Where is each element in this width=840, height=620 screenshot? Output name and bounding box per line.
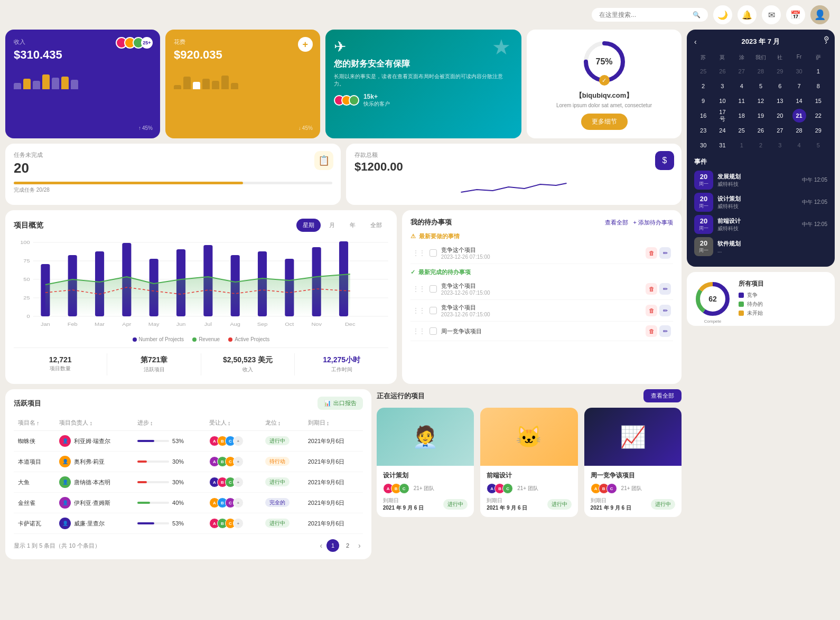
cal-day-25[interactable]: 25 xyxy=(735,124,749,137)
cal-prev-27[interactable]: 27 xyxy=(735,64,749,78)
page-2-btn[interactable]: 2 xyxy=(341,539,354,552)
right-panel: ⚙ ‹ 2023 年 7 月 › 苏 莫 涂 我们 社 Fr 萨 25 26 2… xyxy=(687,30,835,559)
cal-day-20[interactable]: 20 xyxy=(773,109,787,123)
cal-prev-26[interactable]: 26 xyxy=(715,64,729,78)
search-box[interactable]: 🔍 xyxy=(592,8,708,22)
cal-day-11[interactable]: 11 xyxy=(735,94,749,108)
cal-day-15[interactable]: 15 xyxy=(811,94,825,108)
legend-active: Active Projects xyxy=(228,336,269,342)
cal-day-17[interactable]: 17号 xyxy=(715,109,729,123)
moon-icon-btn[interactable]: 🌙 xyxy=(713,5,732,24)
cal-next-4[interactable]: 4 xyxy=(792,138,806,152)
cal-next-5[interactable]: 5 xyxy=(811,138,825,152)
svg-text:25: 25 xyxy=(23,295,30,300)
cal-day-4[interactable]: 4 xyxy=(735,79,749,93)
cal-day-30[interactable]: 30 xyxy=(696,138,710,152)
tab-all[interactable]: 全部 xyxy=(364,219,388,232)
page-1-btn[interactable]: 1 xyxy=(326,539,339,552)
cal-next-2[interactable]: 2 xyxy=(754,138,768,152)
todo-edit-3[interactable]: ✏ xyxy=(659,305,671,316)
drag-handle-3[interactable]: ⋮⋮ xyxy=(413,307,425,314)
cal-prev-30[interactable]: 30 xyxy=(792,64,806,78)
add-expense-btn[interactable]: + xyxy=(298,37,313,52)
search-input[interactable] xyxy=(599,11,688,18)
cal-day-8[interactable]: 8 xyxy=(811,79,825,93)
calendar-icon-btn[interactable]: 📅 xyxy=(786,5,805,24)
cal-day-10[interactable]: 10 xyxy=(715,94,729,108)
cal-day-3[interactable]: 3 xyxy=(715,79,729,93)
th-position[interactable]: 龙位 ↕ xyxy=(261,415,304,431)
todo-item-1-actions: 🗑 ✏ xyxy=(646,247,671,259)
add-todo-btn[interactable]: + 添加待办事项 xyxy=(633,219,673,227)
todo-delete-2[interactable]: 🗑 xyxy=(646,283,657,295)
th-manager[interactable]: 项目负责人 ↕ xyxy=(55,415,133,431)
cal-day-16[interactable]: 16 xyxy=(696,109,710,123)
th-name[interactable]: 项目名 ↑ xyxy=(14,415,55,431)
cal-day-24[interactable]: 24 xyxy=(715,124,729,137)
next-page-btn[interactable]: › xyxy=(356,541,363,550)
event-2-time: 中午 12:05 xyxy=(802,199,827,206)
todo-checkbox-2[interactable] xyxy=(430,285,437,293)
cal-day-19[interactable]: 19 xyxy=(754,109,768,123)
cal-prev-28[interactable]: 28 xyxy=(754,64,768,78)
cal-day-5[interactable]: 5 xyxy=(754,79,768,93)
drag-handle-2[interactable]: ⋮⋮ xyxy=(413,285,425,293)
prev-page-btn[interactable]: ‹ xyxy=(318,541,324,550)
cal-next-3[interactable]: 3 xyxy=(773,138,787,152)
more-detail-btn[interactable]: 更多细节 xyxy=(581,114,628,130)
page-buttons[interactable]: ‹ 1 2 › xyxy=(318,539,362,552)
cal-day-2[interactable]: 2 xyxy=(696,79,710,93)
svg-text:Oct: Oct xyxy=(285,322,294,327)
cal-prev-btn[interactable]: ‹ xyxy=(694,37,697,46)
todo-checkbox-4[interactable] xyxy=(430,327,437,335)
cal-prev-25[interactable]: 25 xyxy=(696,64,710,78)
cal-prev-29[interactable]: 29 xyxy=(773,64,787,78)
todo-edit-4[interactable]: ✏ xyxy=(659,325,671,337)
legend-dot-active xyxy=(228,337,232,342)
view-all-todo-btn[interactable]: 查看全部 xyxy=(605,219,628,227)
todo-delete-4[interactable]: 🗑 xyxy=(646,325,657,337)
savings-card: 存款总额 $1200.00 $ xyxy=(346,144,682,205)
cal-day-31[interactable]: 31 xyxy=(715,138,729,152)
cal-day-27[interactable]: 27 xyxy=(773,124,787,137)
cal-day-9[interactable]: 9 xyxy=(696,94,710,108)
cal-day-6[interactable]: 6 xyxy=(773,79,787,93)
cal-day-1[interactable]: 1 xyxy=(811,64,825,78)
cal-day-12[interactable]: 12 xyxy=(754,94,768,108)
th-progress[interactable]: 进步 ↕ xyxy=(133,415,205,431)
todo-delete-3[interactable]: 🗑 xyxy=(646,305,657,316)
cal-day-26[interactable]: 26 xyxy=(754,124,768,137)
export-btn[interactable]: 📊 出口报告 xyxy=(318,397,363,410)
tab-week[interactable]: 星期 xyxy=(296,219,321,232)
cal-day-28[interactable]: 28 xyxy=(792,124,806,137)
todo-delete-1[interactable]: 🗑 xyxy=(646,247,657,259)
calendar-settings-icon[interactable]: ⚙ xyxy=(824,35,829,42)
cal-day-18[interactable]: 18 xyxy=(735,109,749,123)
cal-day-7[interactable]: 7 xyxy=(792,79,806,93)
drag-handle-4[interactable]: ⋮⋮ xyxy=(413,327,425,335)
bell-icon-btn[interactable]: 🔔 xyxy=(738,5,757,24)
todo-edit-1[interactable]: ✏ xyxy=(659,247,671,259)
cal-day-22[interactable]: 22 xyxy=(811,109,825,123)
cal-day-29[interactable]: 29 xyxy=(811,124,825,137)
project-weekly-body: 周一竞争该项目 A B C 21+ 团队 xyxy=(584,466,682,517)
drag-handle-1[interactable]: ⋮⋮ xyxy=(413,249,425,257)
project-design-body: 设计策划 A B C 21+ 团队 xyxy=(377,466,474,517)
tab-year[interactable]: 年 xyxy=(343,219,362,232)
todo-item-2-actions: 🗑 ✏ xyxy=(646,283,671,295)
cal-next-1[interactable]: 1 xyxy=(735,138,749,152)
th-due[interactable]: 到期日 ↕ xyxy=(304,415,363,431)
todo-edit-2[interactable]: ✏ xyxy=(659,283,671,295)
cal-day-21[interactable]: 21 xyxy=(792,109,806,123)
th-assignee[interactable]: 受让人 ↕ xyxy=(205,415,261,431)
event-3-time: 中午 12:05 xyxy=(802,221,827,228)
cal-day-23[interactable]: 23 xyxy=(696,124,710,137)
view-all-running-btn[interactable]: 查看全部 xyxy=(643,389,682,402)
tab-month[interactable]: 月 xyxy=(323,219,341,232)
todo-checkbox-1[interactable] xyxy=(430,249,437,257)
cal-day-14[interactable]: 14 xyxy=(792,94,806,108)
mail-icon-btn[interactable]: ✉ xyxy=(762,5,781,24)
cal-day-13[interactable]: 13 xyxy=(773,94,787,108)
todo-checkbox-3[interactable] xyxy=(430,307,437,314)
user-avatar[interactable]: 👤 xyxy=(810,5,829,24)
